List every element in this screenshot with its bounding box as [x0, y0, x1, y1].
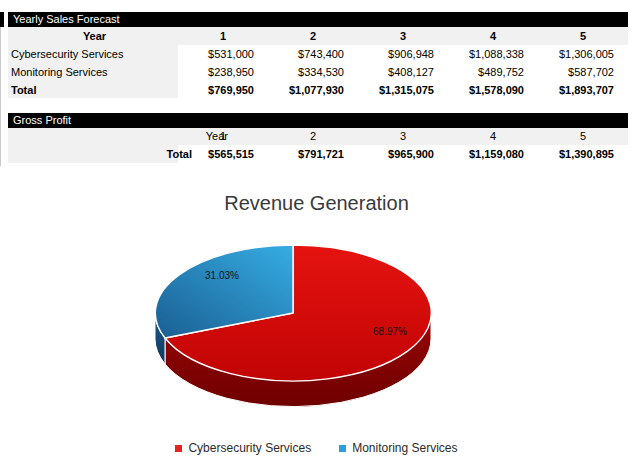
legend-swatch-red-icon [175, 445, 182, 452]
legend-swatch-blue-icon [339, 445, 346, 452]
legend-item-monitoring[interactable]: Monitoring Services [339, 441, 457, 455]
pie-label-monitoring-pct[interactable]: 31.03% [190, 270, 254, 282]
legend-label-monitoring: Monitoring Services [352, 441, 457, 455]
pie-label-cybersecurity-pct[interactable]: 68.97% [358, 326, 422, 338]
chart-legend: Cybersecurity Services Monitoring Servic… [0, 441, 633, 455]
revenue-pie-chart [0, 0, 633, 465]
legend-item-cybersecurity[interactable]: Cybersecurity Services [175, 441, 311, 455]
legend-label-cybersecurity: Cybersecurity Services [188, 441, 311, 455]
